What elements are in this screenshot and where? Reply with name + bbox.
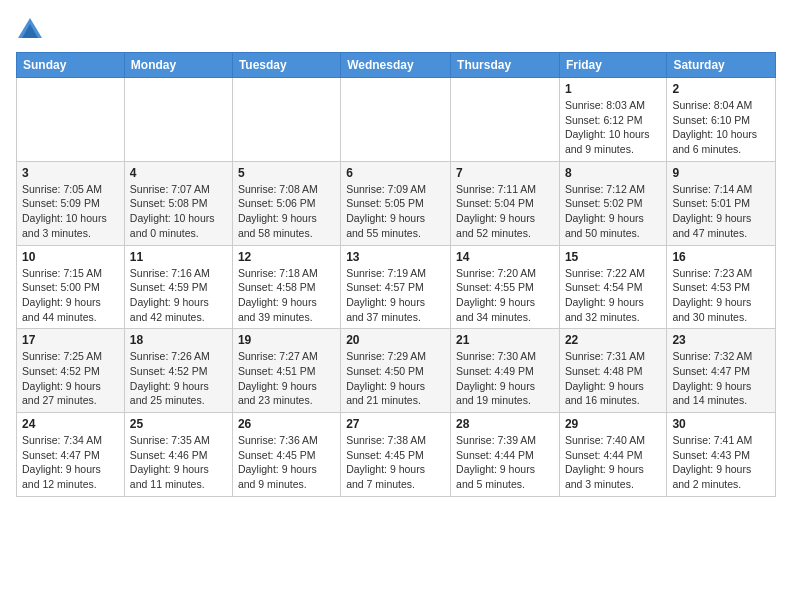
calendar-cell: 16Sunrise: 7:23 AMSunset: 4:53 PMDayligh… xyxy=(667,245,776,329)
day-number: 22 xyxy=(565,333,661,347)
calendar-week-3: 10Sunrise: 7:15 AMSunset: 5:00 PMDayligh… xyxy=(17,245,776,329)
weekday-header-thursday: Thursday xyxy=(451,53,560,78)
day-number: 8 xyxy=(565,166,661,180)
calendar-cell: 15Sunrise: 7:22 AMSunset: 4:54 PMDayligh… xyxy=(559,245,666,329)
day-info: Sunrise: 7:19 AMSunset: 4:57 PMDaylight:… xyxy=(346,266,445,325)
calendar-table: SundayMondayTuesdayWednesdayThursdayFrid… xyxy=(16,52,776,497)
day-info: Sunrise: 7:38 AMSunset: 4:45 PMDaylight:… xyxy=(346,433,445,492)
logo xyxy=(16,16,48,44)
calendar-cell: 22Sunrise: 7:31 AMSunset: 4:48 PMDayligh… xyxy=(559,329,666,413)
day-info: Sunrise: 7:39 AMSunset: 4:44 PMDaylight:… xyxy=(456,433,554,492)
day-number: 21 xyxy=(456,333,554,347)
calendar-cell: 30Sunrise: 7:41 AMSunset: 4:43 PMDayligh… xyxy=(667,413,776,497)
day-info: Sunrise: 7:32 AMSunset: 4:47 PMDaylight:… xyxy=(672,349,770,408)
calendar-cell: 28Sunrise: 7:39 AMSunset: 4:44 PMDayligh… xyxy=(451,413,560,497)
calendar-cell: 12Sunrise: 7:18 AMSunset: 4:58 PMDayligh… xyxy=(232,245,340,329)
day-info: Sunrise: 7:30 AMSunset: 4:49 PMDaylight:… xyxy=(456,349,554,408)
day-number: 13 xyxy=(346,250,445,264)
day-number: 19 xyxy=(238,333,335,347)
day-info: Sunrise: 7:12 AMSunset: 5:02 PMDaylight:… xyxy=(565,182,661,241)
calendar-cell: 8Sunrise: 7:12 AMSunset: 5:02 PMDaylight… xyxy=(559,161,666,245)
day-number: 27 xyxy=(346,417,445,431)
day-number: 9 xyxy=(672,166,770,180)
calendar-cell: 29Sunrise: 7:40 AMSunset: 4:44 PMDayligh… xyxy=(559,413,666,497)
day-info: Sunrise: 7:40 AMSunset: 4:44 PMDaylight:… xyxy=(565,433,661,492)
day-info: Sunrise: 7:14 AMSunset: 5:01 PMDaylight:… xyxy=(672,182,770,241)
day-number: 14 xyxy=(456,250,554,264)
day-info: Sunrise: 7:23 AMSunset: 4:53 PMDaylight:… xyxy=(672,266,770,325)
day-info: Sunrise: 7:11 AMSunset: 5:04 PMDaylight:… xyxy=(456,182,554,241)
calendar-cell: 11Sunrise: 7:16 AMSunset: 4:59 PMDayligh… xyxy=(124,245,232,329)
day-number: 26 xyxy=(238,417,335,431)
day-number: 5 xyxy=(238,166,335,180)
day-info: Sunrise: 7:26 AMSunset: 4:52 PMDaylight:… xyxy=(130,349,227,408)
calendar-cell: 5Sunrise: 7:08 AMSunset: 5:06 PMDaylight… xyxy=(232,161,340,245)
day-number: 12 xyxy=(238,250,335,264)
calendar-cell: 6Sunrise: 7:09 AMSunset: 5:05 PMDaylight… xyxy=(341,161,451,245)
calendar-cell xyxy=(17,78,125,162)
day-number: 4 xyxy=(130,166,227,180)
day-number: 10 xyxy=(22,250,119,264)
calendar-week-5: 24Sunrise: 7:34 AMSunset: 4:47 PMDayligh… xyxy=(17,413,776,497)
calendar-week-4: 17Sunrise: 7:25 AMSunset: 4:52 PMDayligh… xyxy=(17,329,776,413)
day-number: 25 xyxy=(130,417,227,431)
day-number: 23 xyxy=(672,333,770,347)
day-number: 3 xyxy=(22,166,119,180)
calendar-cell: 24Sunrise: 7:34 AMSunset: 4:47 PMDayligh… xyxy=(17,413,125,497)
day-number: 15 xyxy=(565,250,661,264)
day-number: 2 xyxy=(672,82,770,96)
day-info: Sunrise: 7:36 AMSunset: 4:45 PMDaylight:… xyxy=(238,433,335,492)
day-info: Sunrise: 7:09 AMSunset: 5:05 PMDaylight:… xyxy=(346,182,445,241)
calendar-week-1: 1Sunrise: 8:03 AMSunset: 6:12 PMDaylight… xyxy=(17,78,776,162)
calendar-cell: 18Sunrise: 7:26 AMSunset: 4:52 PMDayligh… xyxy=(124,329,232,413)
calendar-week-2: 3Sunrise: 7:05 AMSunset: 5:09 PMDaylight… xyxy=(17,161,776,245)
day-info: Sunrise: 7:22 AMSunset: 4:54 PMDaylight:… xyxy=(565,266,661,325)
calendar-cell xyxy=(341,78,451,162)
day-info: Sunrise: 7:20 AMSunset: 4:55 PMDaylight:… xyxy=(456,266,554,325)
day-number: 1 xyxy=(565,82,661,96)
calendar-cell: 2Sunrise: 8:04 AMSunset: 6:10 PMDaylight… xyxy=(667,78,776,162)
weekday-header-wednesday: Wednesday xyxy=(341,53,451,78)
weekday-header-monday: Monday xyxy=(124,53,232,78)
calendar-cell: 9Sunrise: 7:14 AMSunset: 5:01 PMDaylight… xyxy=(667,161,776,245)
weekday-header-tuesday: Tuesday xyxy=(232,53,340,78)
day-number: 29 xyxy=(565,417,661,431)
calendar-cell xyxy=(124,78,232,162)
calendar-cell: 3Sunrise: 7:05 AMSunset: 5:09 PMDaylight… xyxy=(17,161,125,245)
calendar-cell: 23Sunrise: 7:32 AMSunset: 4:47 PMDayligh… xyxy=(667,329,776,413)
day-number: 24 xyxy=(22,417,119,431)
day-info: Sunrise: 7:08 AMSunset: 5:06 PMDaylight:… xyxy=(238,182,335,241)
day-info: Sunrise: 7:34 AMSunset: 4:47 PMDaylight:… xyxy=(22,433,119,492)
day-number: 6 xyxy=(346,166,445,180)
day-number: 16 xyxy=(672,250,770,264)
calendar-cell xyxy=(451,78,560,162)
calendar-cell: 14Sunrise: 7:20 AMSunset: 4:55 PMDayligh… xyxy=(451,245,560,329)
day-number: 30 xyxy=(672,417,770,431)
day-number: 18 xyxy=(130,333,227,347)
day-info: Sunrise: 7:31 AMSunset: 4:48 PMDaylight:… xyxy=(565,349,661,408)
day-info: Sunrise: 7:35 AMSunset: 4:46 PMDaylight:… xyxy=(130,433,227,492)
day-info: Sunrise: 8:04 AMSunset: 6:10 PMDaylight:… xyxy=(672,98,770,157)
day-info: Sunrise: 7:27 AMSunset: 4:51 PMDaylight:… xyxy=(238,349,335,408)
day-info: Sunrise: 7:15 AMSunset: 5:00 PMDaylight:… xyxy=(22,266,119,325)
calendar-cell: 19Sunrise: 7:27 AMSunset: 4:51 PMDayligh… xyxy=(232,329,340,413)
calendar-cell: 1Sunrise: 8:03 AMSunset: 6:12 PMDaylight… xyxy=(559,78,666,162)
day-info: Sunrise: 7:07 AMSunset: 5:08 PMDaylight:… xyxy=(130,182,227,241)
calendar-cell: 21Sunrise: 7:30 AMSunset: 4:49 PMDayligh… xyxy=(451,329,560,413)
day-info: Sunrise: 7:05 AMSunset: 5:09 PMDaylight:… xyxy=(22,182,119,241)
weekday-header-sunday: Sunday xyxy=(17,53,125,78)
day-info: Sunrise: 7:16 AMSunset: 4:59 PMDaylight:… xyxy=(130,266,227,325)
day-info: Sunrise: 7:18 AMSunset: 4:58 PMDaylight:… xyxy=(238,266,335,325)
day-number: 28 xyxy=(456,417,554,431)
day-number: 20 xyxy=(346,333,445,347)
day-info: Sunrise: 7:41 AMSunset: 4:43 PMDaylight:… xyxy=(672,433,770,492)
calendar-cell: 26Sunrise: 7:36 AMSunset: 4:45 PMDayligh… xyxy=(232,413,340,497)
day-number: 7 xyxy=(456,166,554,180)
calendar-cell: 17Sunrise: 7:25 AMSunset: 4:52 PMDayligh… xyxy=(17,329,125,413)
weekday-header-saturday: Saturday xyxy=(667,53,776,78)
calendar-cell: 10Sunrise: 7:15 AMSunset: 5:00 PMDayligh… xyxy=(17,245,125,329)
page-header xyxy=(16,16,776,44)
calendar-cell: 25Sunrise: 7:35 AMSunset: 4:46 PMDayligh… xyxy=(124,413,232,497)
calendar-cell: 27Sunrise: 7:38 AMSunset: 4:45 PMDayligh… xyxy=(341,413,451,497)
calendar-cell: 7Sunrise: 7:11 AMSunset: 5:04 PMDaylight… xyxy=(451,161,560,245)
